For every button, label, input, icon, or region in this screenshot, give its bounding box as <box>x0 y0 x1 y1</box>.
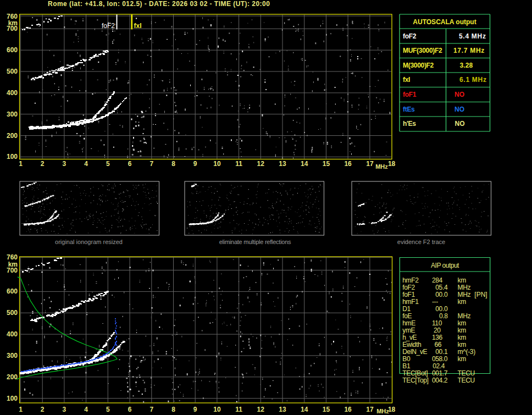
svg-text:284: 284 <box>432 276 443 284</box>
svg-text:TECU: TECU <box>458 369 475 377</box>
svg-text:14: 14 <box>301 160 308 168</box>
svg-text:TEC[Bot]: TEC[Bot] <box>402 369 428 377</box>
svg-text:0.8: 0.8 <box>439 312 448 320</box>
svg-text:B0: B0 <box>402 355 411 363</box>
svg-text:foE: foE <box>402 312 412 320</box>
svg-text:2: 2 <box>41 160 45 168</box>
svg-text:300: 300 <box>7 352 18 359</box>
svg-text:17: 17 <box>366 160 374 168</box>
svg-text:hmF2: hmF2 <box>402 276 419 284</box>
svg-text:500: 500 <box>7 309 18 317</box>
svg-text:200: 200 <box>7 373 18 381</box>
svg-text:foF2: foF2 <box>403 32 417 40</box>
svg-text:700: 700 <box>7 25 18 32</box>
svg-text:600: 600 <box>7 46 18 54</box>
svg-text:18: 18 <box>388 160 396 168</box>
svg-text:km: km <box>458 355 467 363</box>
svg-text:16: 16 <box>344 406 352 413</box>
svg-text:NO: NO <box>455 106 464 113</box>
svg-text:AIP output: AIP output <box>431 262 459 269</box>
svg-text:00.0: 00.0 <box>435 305 448 313</box>
svg-text:8: 8 <box>171 160 175 168</box>
svg-text:100: 100 <box>7 153 18 161</box>
svg-text:foF2: foF2 <box>402 284 415 291</box>
svg-text:fxI: fxI <box>403 76 410 84</box>
svg-text:B1: B1 <box>402 362 411 370</box>
svg-text:12: 12 <box>257 160 265 168</box>
svg-text:17.7 MHz: 17.7 MHz <box>453 47 485 54</box>
svg-text:fxI: fxI <box>134 22 142 30</box>
svg-text:---: --- <box>432 298 438 306</box>
svg-text:11: 11 <box>235 406 242 413</box>
svg-text:D1: D1 <box>402 305 411 313</box>
svg-text:16: 16 <box>344 160 352 168</box>
svg-text:DelN_vE: DelN_vE <box>402 348 427 356</box>
svg-text:4: 4 <box>84 160 88 168</box>
svg-text:17: 17 <box>366 406 374 413</box>
svg-text:400: 400 <box>7 330 18 338</box>
svg-text:NO: NO <box>455 120 465 128</box>
svg-text:18: 18 <box>388 406 396 413</box>
svg-text:h_vE: h_vE <box>402 334 417 341</box>
svg-text:058.0: 058.0 <box>432 355 448 363</box>
svg-text:TECU: TECU <box>458 377 475 384</box>
svg-text:ymE: ymE <box>402 327 415 334</box>
svg-text:14: 14 <box>301 406 308 413</box>
svg-text:5.4 MHz: 5.4 MHz <box>459 32 486 40</box>
svg-text:original ionogram resized: original ionogram resized <box>55 239 123 245</box>
svg-text:AUTOSCALA output: AUTOSCALA output <box>413 18 476 26</box>
svg-text:eliminate multiple reflections: eliminate multiple reflections <box>219 239 291 245</box>
svg-text:Ewidth: Ewidth <box>402 341 421 348</box>
svg-text:136: 136 <box>432 334 443 341</box>
svg-text:NO: NO <box>455 91 464 98</box>
svg-text:7: 7 <box>149 406 153 413</box>
svg-text:9: 9 <box>193 406 197 413</box>
svg-text:MHz: MHz <box>375 163 388 170</box>
svg-text:500: 500 <box>7 68 18 75</box>
svg-text:Rome (lat: +41.8, lon: 012.5): Rome (lat: +41.8, lon: 012.5) - DATE: 20… <box>48 0 270 8</box>
svg-text:400: 400 <box>7 89 18 97</box>
svg-text:8: 8 <box>171 406 175 413</box>
svg-text:11: 11 <box>235 160 242 168</box>
svg-text:MUF(3000)F2: MUF(3000)F2 <box>403 47 442 54</box>
svg-text:100: 100 <box>7 395 18 402</box>
svg-text:MHz: MHz <box>376 408 389 414</box>
svg-text:700: 700 <box>7 267 18 274</box>
svg-text:02.4: 02.4 <box>433 362 445 370</box>
svg-text:66: 66 <box>435 341 442 348</box>
svg-text:00.0: 00.0 <box>435 291 448 298</box>
svg-text:m^(-3): m^(-3) <box>458 348 476 356</box>
svg-text:km: km <box>458 298 467 306</box>
svg-text:3: 3 <box>63 406 66 413</box>
svg-text:foF2: foF2 <box>102 22 115 30</box>
svg-text:00.1: 00.1 <box>435 348 448 356</box>
svg-text:12: 12 <box>257 406 265 413</box>
svg-text:MHz: MHz <box>458 312 471 320</box>
svg-text:10: 10 <box>213 406 221 413</box>
svg-text:9: 9 <box>193 160 197 168</box>
svg-text:004.2: 004.2 <box>432 377 448 384</box>
svg-text:05.4: 05.4 <box>435 284 448 291</box>
svg-text:3.28: 3.28 <box>460 62 473 69</box>
svg-text:4: 4 <box>84 406 88 413</box>
svg-text:km: km <box>458 327 467 334</box>
svg-text:MHz: MHz <box>458 291 471 298</box>
svg-text:foF1: foF1 <box>402 291 415 298</box>
svg-text:TEC[Top]: TEC[Top] <box>402 377 428 384</box>
svg-text:2: 2 <box>41 406 45 413</box>
svg-text:3: 3 <box>63 160 66 168</box>
svg-text:M(3000)F2: M(3000)F2 <box>403 62 434 69</box>
svg-text:hmE: hmE <box>402 319 415 327</box>
svg-text:h'Es: h'Es <box>403 120 416 128</box>
svg-text:20: 20 <box>434 327 441 334</box>
svg-text:1: 1 <box>19 406 23 413</box>
svg-text:7: 7 <box>149 160 153 168</box>
svg-text:15: 15 <box>323 406 330 413</box>
svg-text:13: 13 <box>279 160 286 168</box>
svg-text:001.7: 001.7 <box>432 369 448 377</box>
svg-text:hmF1: hmF1 <box>402 298 419 306</box>
svg-text:km: km <box>458 341 467 348</box>
svg-text:km: km <box>458 334 467 341</box>
svg-text:200: 200 <box>7 132 18 140</box>
svg-text:6: 6 <box>128 160 132 168</box>
